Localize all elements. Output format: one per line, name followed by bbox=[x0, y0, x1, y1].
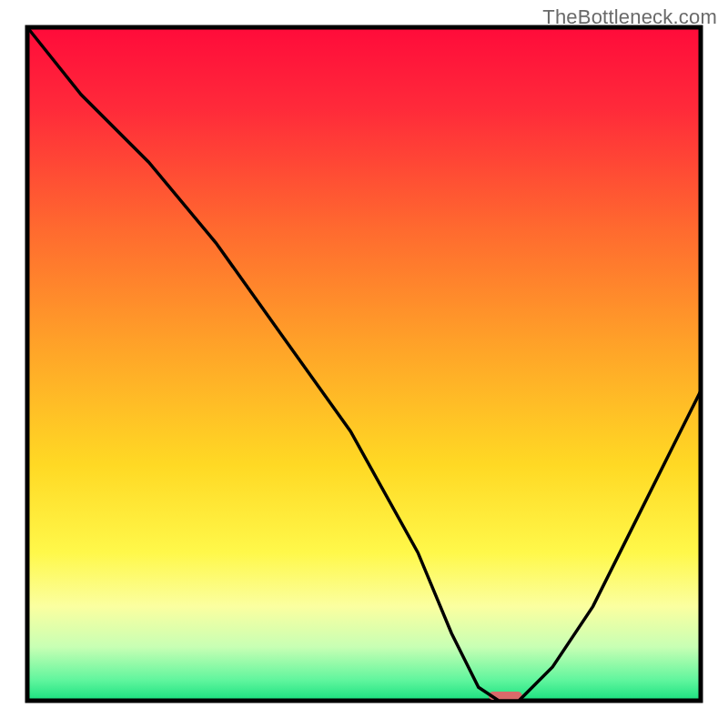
bottleneck-chart bbox=[0, 0, 728, 728]
plot-background bbox=[27, 27, 701, 701]
chart-container: TheBottleneck.com bbox=[0, 0, 728, 728]
watermark-text: TheBottleneck.com bbox=[542, 5, 717, 29]
